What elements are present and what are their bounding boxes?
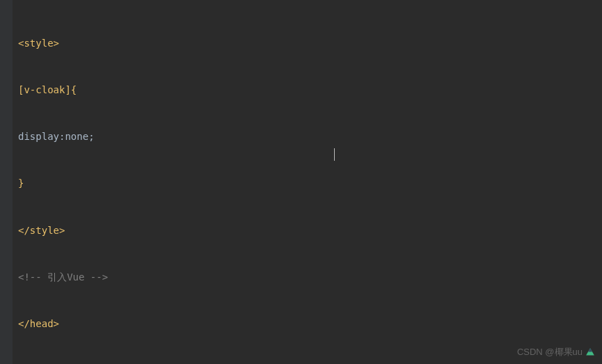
tag: </head> [18, 316, 59, 331]
brace: } [18, 175, 24, 191]
text-caret [334, 148, 335, 161]
code-line: </style> [18, 223, 602, 238]
watermark: CSDN @椰果uu [517, 346, 595, 358]
code-line: } [18, 175, 602, 191]
gutter [0, 0, 13, 364]
tag: <style> [18, 35, 59, 51]
code-line: <!-- 引入Vue --> [18, 269, 602, 285]
code-line: <style> [18, 35, 602, 51]
comment: <!-- 引入Vue --> [18, 269, 108, 285]
code-line: [v-cloak]{ [18, 82, 602, 97]
watermark-text: CSDN @椰果uu [517, 346, 583, 358]
code-line: </head> [18, 316, 602, 331]
code-line: display:none; [18, 129, 602, 144]
css-rule: display:none; [18, 129, 95, 144]
code-editor[interactable]: <style> [v-cloak]{ display:none; } </sty… [0, 0, 602, 364]
vue-logo-icon [585, 347, 595, 357]
tag: </style> [18, 223, 65, 238]
selector: [v-cloak]{ [18, 82, 77, 97]
code-area[interactable]: <style> [v-cloak]{ display:none; } </sty… [13, 0, 602, 364]
